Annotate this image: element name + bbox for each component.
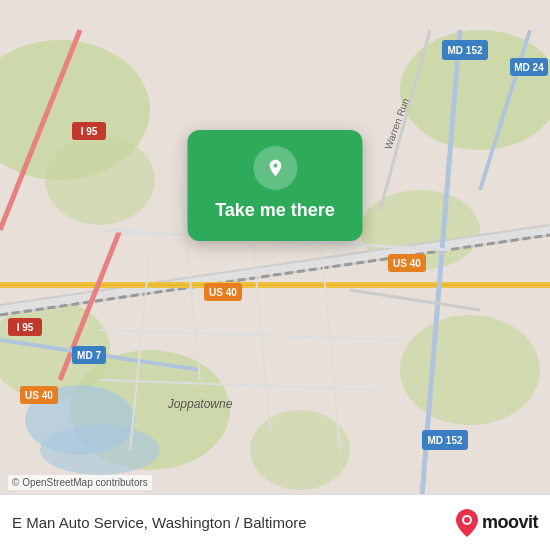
moovit-pin-icon <box>456 509 478 537</box>
map-attribution: © OpenStreetMap contributors <box>8 475 152 490</box>
svg-text:US 40: US 40 <box>393 258 421 269</box>
svg-text:US 40: US 40 <box>209 287 237 298</box>
svg-point-8 <box>45 135 155 225</box>
pin-icon-container <box>253 146 297 190</box>
svg-text:I 95: I 95 <box>17 322 34 333</box>
moovit-brand-text: moovit <box>482 512 538 533</box>
svg-text:MD 152: MD 152 <box>427 435 462 446</box>
location-pin-icon <box>265 158 285 178</box>
take-me-there-button[interactable]: Take me there <box>215 200 335 221</box>
place-name: E Man Auto Service, Washington / Baltimo… <box>12 514 456 531</box>
map-container: MD 152 MD 24 I 95 I 95 MD 7 US 40 US 40 … <box>0 0 550 550</box>
svg-text:I 95: I 95 <box>81 126 98 137</box>
cta-card[interactable]: Take me there <box>188 130 363 241</box>
svg-point-6 <box>400 315 540 425</box>
svg-text:MD 152: MD 152 <box>447 45 482 56</box>
svg-point-10 <box>40 425 160 475</box>
map-background: MD 152 MD 24 I 95 I 95 MD 7 US 40 US 40 … <box>0 0 550 550</box>
svg-text:US 40: US 40 <box>25 390 53 401</box>
info-bar: E Man Auto Service, Washington / Baltimo… <box>0 494 550 550</box>
svg-text:Joppatowne: Joppatowne <box>167 397 233 411</box>
svg-text:MD 24: MD 24 <box>514 62 544 73</box>
svg-text:MD 7: MD 7 <box>77 350 101 361</box>
svg-point-7 <box>250 410 350 490</box>
svg-point-51 <box>464 517 470 523</box>
moovit-logo: moovit <box>456 509 538 537</box>
